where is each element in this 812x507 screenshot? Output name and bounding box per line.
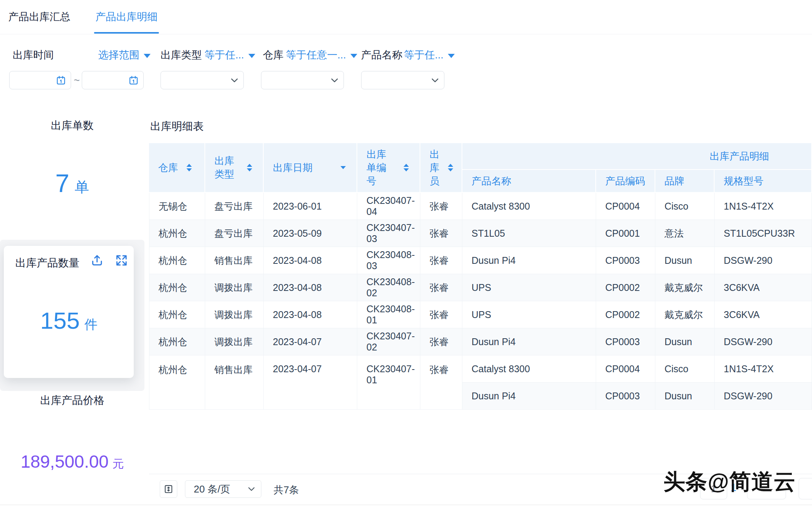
table-cell: CP0003 bbox=[596, 247, 655, 274]
table-cell: ST1L05 bbox=[462, 220, 596, 247]
table-cell: CP0001 bbox=[596, 220, 655, 247]
calendar-icon[interactable] bbox=[56, 75, 66, 86]
fullscreen-expand-icon[interactable] bbox=[115, 253, 128, 267]
table-cell: CK230408-02 bbox=[357, 274, 420, 301]
table-cell: Dusun bbox=[655, 383, 715, 410]
table-cell: 张睿 bbox=[420, 355, 462, 410]
filter-label-time: 出库时间 bbox=[13, 48, 54, 62]
table-cell: CK230407-04 bbox=[357, 193, 420, 220]
table-row: 杭州仓盘亏出库2023-05-09CK230407-03张睿ST1L05CP00… bbox=[149, 220, 812, 247]
table-cell: 3C6KVA bbox=[715, 274, 812, 301]
table-cell: 1N1S-4T2X bbox=[715, 355, 812, 383]
table-cell: CP0004 bbox=[596, 193, 655, 220]
dashboard: 产品出库汇总 产品出库明细 出库时间 选择范围 出库类型 等于任... 仓库 等… bbox=[0, 0, 812, 507]
date-start-input[interactable] bbox=[9, 71, 71, 89]
sort-icon[interactable] bbox=[404, 164, 409, 171]
column-label: 出库类型 bbox=[214, 154, 238, 181]
table-cell: CP0002 bbox=[596, 274, 655, 301]
chevron-down-icon bbox=[231, 78, 238, 83]
group-header-product-detail: 出库产品明细 bbox=[462, 143, 812, 170]
table-cell: 张睿 bbox=[420, 220, 462, 247]
product-name-select[interactable] bbox=[361, 71, 444, 89]
column-header-warehouse[interactable]: 仓库 bbox=[149, 143, 205, 193]
filter-operator-type[interactable]: 等于任... bbox=[204, 48, 255, 62]
quantity-unit: 件 bbox=[84, 317, 97, 331]
table-cell: CK230407-01 bbox=[357, 355, 420, 410]
sort-icon[interactable] bbox=[186, 164, 192, 171]
table-cell: UPS bbox=[462, 274, 596, 301]
column-header-outbound-date[interactable]: 出库日期 bbox=[264, 143, 357, 193]
tab-product-outbound-detail[interactable]: 产品出库明细 bbox=[96, 0, 157, 34]
column-label: 出库单编号 bbox=[366, 148, 395, 188]
date-end-input[interactable] bbox=[82, 71, 144, 89]
sort-icon[interactable] bbox=[247, 164, 252, 171]
table-cell: DSGW-290 bbox=[715, 383, 812, 410]
filter-operator-time[interactable]: 选择范围 bbox=[98, 48, 151, 62]
quantity-stat-card: 出库产品数量 155件 bbox=[4, 246, 134, 378]
quantity-stat-title: 出库产品数量 bbox=[15, 256, 79, 270]
column-header-staff[interactable]: 出库员 bbox=[420, 143, 462, 193]
chevron-down-icon bbox=[248, 487, 255, 491]
column-header-outbound-type[interactable]: 出库类型 bbox=[205, 143, 264, 193]
table-cell: Dusun bbox=[655, 247, 715, 274]
table-row: 杭州仓销售出库2023-04-07CK230407-01张睿Catalyst 8… bbox=[149, 355, 812, 383]
column-header-order-number[interactable]: 出库单编号 bbox=[357, 143, 420, 193]
column-label: 出库日期 bbox=[273, 161, 313, 174]
table-cell: 杭州仓 bbox=[149, 328, 205, 355]
dropdown-triangle-icon bbox=[144, 54, 151, 58]
export-icon[interactable] bbox=[90, 253, 104, 267]
table-cell: 2023-04-08 bbox=[264, 247, 357, 274]
warehouse-select[interactable] bbox=[261, 71, 344, 89]
table-cell: 戴克威尔 bbox=[655, 274, 715, 301]
filter-operator-product[interactable]: 等于任... bbox=[404, 48, 455, 62]
column-header-brand[interactable]: 品牌 bbox=[655, 170, 715, 193]
table-cell: CP0002 bbox=[596, 301, 655, 328]
price-stat-value: 189,500.00元 bbox=[0, 451, 144, 472]
watermark: 头条@简道云 bbox=[663, 467, 796, 497]
calendar-icon[interactable] bbox=[128, 75, 139, 86]
row-density-button[interactable] bbox=[160, 480, 177, 498]
price-amount: 189,500.00 bbox=[21, 452, 109, 471]
table-title: 出库明细表 bbox=[150, 119, 204, 134]
filter-operator-warehouse[interactable]: 等于任意一... bbox=[286, 48, 357, 62]
column-header-product-code[interactable]: 产品编码 bbox=[596, 170, 655, 193]
tab-product-outbound-summary[interactable]: 产品出库汇总 bbox=[8, 0, 70, 34]
table-cell: UPS bbox=[462, 301, 596, 328]
outbound-detail-table: 仓库 出库类型 出库日期 出库单编号 出库员 bbox=[149, 143, 812, 410]
column-header-product-name[interactable]: 产品名称 bbox=[462, 170, 596, 193]
table-cell: Dusun Pi4 bbox=[462, 328, 596, 355]
table-cell: 2023-04-07 bbox=[264, 328, 357, 355]
sort-icon[interactable] bbox=[448, 164, 453, 171]
page-size-select[interactable]: 20 条/页 bbox=[185, 480, 261, 498]
operator-text: 等于任意一... bbox=[286, 48, 346, 62]
table-cell: 盘亏出库 bbox=[205, 193, 264, 220]
table-cell: Cisco bbox=[655, 355, 715, 383]
table-cell: 张睿 bbox=[420, 247, 462, 274]
table-cell: CP0004 bbox=[596, 355, 655, 383]
table-cell: Dusun Pi4 bbox=[462, 383, 596, 410]
table-cell: CK230407-02 bbox=[357, 328, 420, 355]
table-cell: DSGW-290 bbox=[715, 247, 812, 274]
table-cell: 戴克威尔 bbox=[655, 301, 715, 328]
quantity-count: 155 bbox=[40, 307, 79, 334]
column-header-spec-model[interactable]: 规格型号 bbox=[715, 170, 812, 193]
orders-count: 7 bbox=[55, 169, 70, 197]
operator-text: 等于任... bbox=[204, 48, 244, 62]
table-cell: Catalyst 8300 bbox=[462, 193, 596, 220]
table-cell: 杭州仓 bbox=[149, 301, 205, 328]
next-page-button[interactable] bbox=[799, 478, 812, 499]
table-cell: CK230408-01 bbox=[357, 301, 420, 328]
table-cell: ST1L05CPU33R bbox=[715, 220, 812, 247]
tab-label: 产品出库明细 bbox=[96, 10, 157, 24]
table-cell: 张睿 bbox=[420, 274, 462, 301]
dropdown-triangle-icon bbox=[448, 54, 455, 58]
filter-label-warehouse: 仓库 bbox=[263, 48, 284, 62]
table-cell: 调拨出库 bbox=[205, 328, 264, 355]
date-range-separator: ~ bbox=[74, 75, 80, 87]
table-cell: CK230408-03 bbox=[357, 247, 420, 274]
table-cell: 无锡仓 bbox=[149, 193, 205, 220]
sort-desc-icon[interactable] bbox=[340, 166, 346, 169]
tab-label: 产品出库汇总 bbox=[8, 10, 70, 24]
outbound-type-select[interactable] bbox=[160, 71, 244, 89]
page-size-value: 20 条/页 bbox=[194, 483, 230, 496]
